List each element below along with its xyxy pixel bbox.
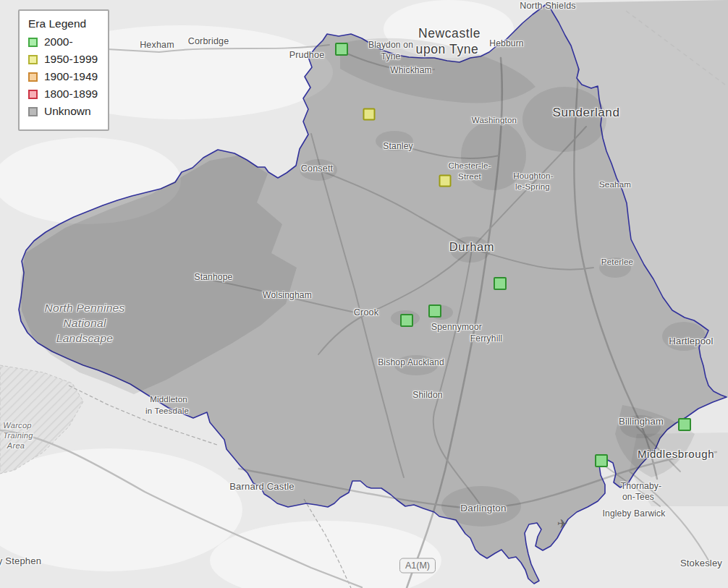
map-canvas[interactable]: ✈ A1(M) North ShieldsNewcastleupon TyneH… [0,0,728,588]
era-marker-2000[interactable] [400,314,413,327]
legend-swatch [28,38,38,47]
legend-title: Era Legend [28,17,98,30]
era-marker-1950-1999[interactable] [363,108,376,121]
era-marker-2000[interactable] [335,43,348,56]
legend-item-label: 1900-1949 [44,70,98,83]
legend-swatch [28,55,38,64]
legend-item-label: 1950-1999 [44,53,98,66]
legend-item-label: 1800-1899 [44,88,98,101]
era-marker-2000[interactable] [595,454,608,467]
legend-item-1800-1899: 1800-1899 [28,88,98,101]
era-marker-1950-1999[interactable] [439,175,452,187]
legend-items: 2000-1950-19991900-19491800-1899Unknown [28,35,98,118]
legend-item-1950-1999: 1950-1999 [28,53,98,66]
legend-item-label: Unknown [44,105,91,118]
era-marker-2000[interactable] [428,304,441,318]
era-marker-2000[interactable] [678,418,691,431]
era-marker-2000[interactable] [494,277,507,290]
legend-item-1900-1949: 1900-1949 [28,70,98,83]
legend-item-label: 2000- [44,35,73,48]
legend-swatch [28,72,38,82]
road-badge-a1m: A1(M) [399,558,436,574]
era-legend: Era Legend 2000-1950-19991900-19491800-1… [18,9,109,131]
legend-swatch [28,107,38,116]
legend-item-2000: 2000- [28,35,98,48]
airplane-icon: ✈ [557,516,567,532]
legend-item-unknown: Unknown [28,105,98,118]
legend-swatch [28,90,38,99]
